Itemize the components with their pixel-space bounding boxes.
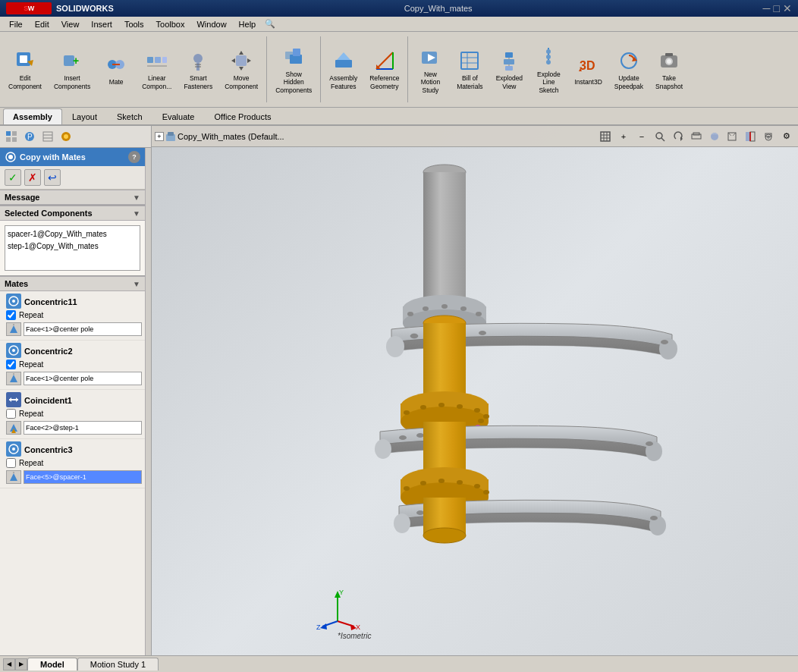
mate-concentric2-face-btn[interactable] <box>6 372 21 385</box>
toolbar-exploded-view[interactable]: ExplodedView <box>490 33 528 105</box>
tab-sketch[interactable]: Sketch <box>107 108 152 124</box>
tree-expand-btn[interactable]: + <box>155 132 164 141</box>
reference-geometry-icon <box>372 49 397 73</box>
menu-view[interactable]: View <box>55 18 86 30</box>
exploded-view-label: ExplodedView <box>496 74 523 89</box>
toolbar-assembly-features[interactable]: AssemblyFeatures <box>324 33 363 105</box>
page-wrapper: SW SOLIDWORKS Copy_With_mates ─ □ ✕ File… <box>0 0 798 672</box>
menu-search[interactable]: 🔍 <box>265 19 275 29</box>
selected-components-header[interactable]: Selected Components ▼ <box>0 206 145 221</box>
toolbar-linear-component[interactable]: LinearCompon... <box>137 33 177 105</box>
panel-icon-appearance[interactable] <box>58 128 74 145</box>
tab-assembly[interactable]: Assembly <box>3 108 62 124</box>
panel-icon-featuretree[interactable] <box>3 128 20 145</box>
bottom-tab-motion-study[interactable]: Motion Study 1 <box>77 658 159 670</box>
toolbar-bill-of-materials[interactable]: Bill ofMaterials <box>451 33 489 105</box>
confirm-button[interactable]: ✓ <box>5 169 21 186</box>
toolbar-smart-fasteners[interactable]: SmartFasteners <box>178 33 218 105</box>
mate-concentric11-face-input[interactable] <box>24 322 142 336</box>
mate-icon <box>104 52 128 77</box>
view-label: *Isometric <box>338 632 371 640</box>
nav-prev-btn[interactable]: ◀ <box>3 658 15 670</box>
shaded-btn[interactable] <box>706 128 723 145</box>
svg-marker-68 <box>10 325 17 333</box>
svg-point-42 <box>546 49 551 54</box>
bottombar: ◀ ▶ Model Motion Study 1 <box>0 655 798 672</box>
undo-button[interactable]: ↩ <box>44 169 61 186</box>
tab-layout[interactable]: Layout <box>62 108 107 124</box>
cwm-header-left: Copy with Mates <box>5 151 86 163</box>
cancel-button[interactable]: ✗ <box>24 169 41 186</box>
panel-scrollbar[interactable] <box>145 148 151 655</box>
selected-components-section: Selected Components ▼ spacer-1@Copy_With… <box>0 206 145 276</box>
svg-rect-1 <box>20 55 27 63</box>
toolbar-take-snapshot[interactable]: TakeSnapshot <box>650 33 688 105</box>
panel-icon-configmgr[interactable] <box>39 128 56 145</box>
left-panel-content: Copy with Mates ? ✓ ✗ ↩ Message <box>0 148 145 655</box>
panel-icon-propertymgr[interactable]: P <box>21 128 38 145</box>
menu-insert[interactable]: Insert <box>85 18 118 30</box>
menu-edit[interactable]: Edit <box>29 18 55 30</box>
svg-point-71 <box>12 349 15 352</box>
message-header[interactable]: Message ▼ <box>0 190 145 205</box>
svg-marker-169 <box>320 623 327 630</box>
toolbar-insert-components[interactable]: + InsertComponents <box>49 33 96 105</box>
menu-window[interactable]: Window <box>190 18 232 30</box>
selected-item-1: spacer-1@Copy_With_mates <box>8 228 137 240</box>
insert-components-label: InsertComponents <box>54 74 90 89</box>
svg-point-131 <box>438 403 445 407</box>
toolbar-update-speedpak[interactable]: UpdateSpeedpak <box>609 33 649 105</box>
menu-help[interactable]: Help <box>233 18 262 30</box>
solidworks-logo: SW <box>6 2 52 14</box>
bottom-tab-model[interactable]: Model <box>27 658 77 670</box>
menu-file[interactable]: File <box>3 18 29 30</box>
mate-concentric11-repeat-checkbox[interactable] <box>6 310 16 320</box>
mates-header[interactable]: Mates ▼ <box>0 276 145 291</box>
show-hidden-label: ShowHiddenComponents <box>275 71 312 94</box>
nav-next-btn[interactable]: ▶ <box>15 658 27 670</box>
close-btn[interactable]: ✕ <box>783 2 792 14</box>
svg-text:+: + <box>73 55 79 67</box>
menu-tools[interactable]: Tools <box>118 18 150 30</box>
wireframe-btn[interactable] <box>724 128 740 145</box>
toolbar-instant3d[interactable]: 3D Instant3D <box>569 33 607 105</box>
toolbar-new-motion-study[interactable]: NewMotionStudy <box>411 33 449 105</box>
update-speedpak-icon <box>617 49 641 73</box>
mate-concentric11-face-btn[interactable] <box>6 322 21 336</box>
mate-concentric3-face-btn[interactable] <box>6 470 21 484</box>
toolbar-mate[interactable]: Mate <box>97 33 135 105</box>
mate-coincident1-face-input[interactable] <box>24 421 142 435</box>
mate-coincident1-name: Coincident1 <box>21 394 72 405</box>
svg-rect-99 <box>746 132 750 141</box>
mate-coincident1-repeat-checkbox[interactable] <box>6 409 16 419</box>
svg-marker-75 <box>9 397 11 402</box>
mate-concentric2-repeat-checkbox[interactable] <box>6 360 16 369</box>
mate-coincident1-face-btn[interactable] <box>6 421 21 435</box>
mate-concentric3-face-input[interactable] <box>24 470 142 484</box>
camera-btn[interactable] <box>760 128 777 145</box>
minimize-btn[interactable]: ─ <box>763 2 771 14</box>
viewport[interactable]: + Copy_With_mates (Default... + − <box>152 126 798 655</box>
mate-concentric3-repeat-checkbox[interactable] <box>6 458 16 468</box>
window-controls[interactable]: ─ □ ✕ <box>763 2 792 14</box>
tab-evaluate[interactable]: Evaluate <box>152 108 205 124</box>
toolbar-move-component[interactable]: MoveComponent <box>219 33 263 105</box>
tab-office-products[interactable]: Office Products <box>204 108 281 124</box>
svg-point-12 <box>193 54 203 63</box>
svg-point-159 <box>650 516 658 520</box>
titlebar: SW SOLIDWORKS Copy_With_mates ─ □ ✕ <box>0 0 798 17</box>
linear-component-label: LinearCompon... <box>142 74 171 89</box>
assembly-features-label: AssemblyFeatures <box>329 74 357 89</box>
settings-btn[interactable]: ⚙ <box>778 128 795 145</box>
toolbar-reference-geometry[interactable]: ReferenceGeometry <box>364 33 404 105</box>
menu-toolbox[interactable]: Toolbox <box>150 18 191 30</box>
toolbar-explode-line-sketch[interactable]: ExplodeLineSketch <box>529 33 567 105</box>
maximize-btn[interactable]: □ <box>774 2 780 14</box>
sep1 <box>266 36 267 102</box>
help-icon[interactable]: ? <box>128 151 140 163</box>
toolbar-edit-component[interactable]: EditComponent <box>3 33 47 105</box>
toolbar-show-hidden[interactable]: ShowHiddenComponents <box>270 33 317 105</box>
section-view-btn[interactable] <box>742 128 759 145</box>
mate-concentric2-face-input[interactable] <box>24 372 142 385</box>
instant3d-label: Instant3D <box>574 78 602 86</box>
